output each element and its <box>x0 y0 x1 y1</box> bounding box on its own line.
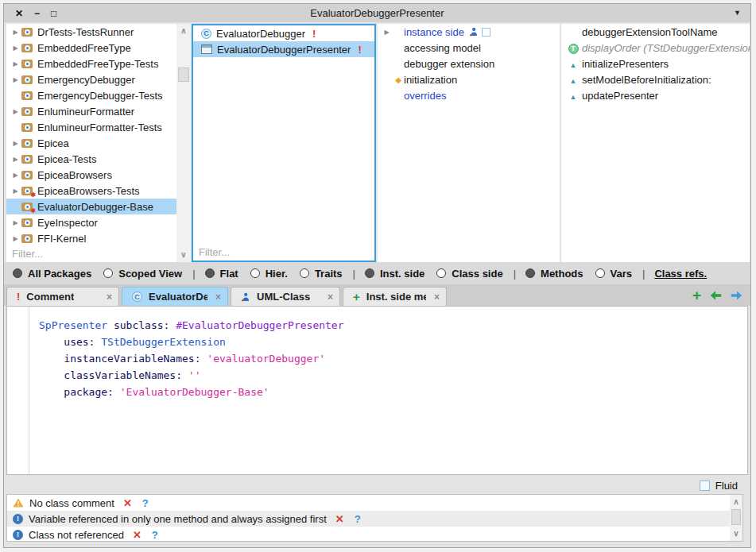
fluid-checkbox[interactable] <box>700 481 710 491</box>
radio-icon[interactable] <box>250 268 260 278</box>
tab-close-icon[interactable]: × <box>99 291 112 303</box>
package-item-label: EmergencyDebugger-Tests <box>37 90 163 102</box>
code-text[interactable]: SpPresenter subclass: #EvaluatorDebugger… <box>39 317 344 400</box>
protocol-item[interactable]: accessing model <box>378 40 560 56</box>
expander-icon[interactable]: ▶ <box>10 140 21 147</box>
radio-icon[interactable] <box>595 268 605 278</box>
class-item[interactable]: EvaluatorDebuggerPresenter! <box>193 41 374 57</box>
code-line: package: 'EvaluatorDebugger-Base' <box>39 384 344 400</box>
scope-option[interactable]: Traits <box>300 268 343 280</box>
tab-uml-class[interactable]: UML-Class× <box>231 287 340 306</box>
scroll-up-icon[interactable]: ∧ <box>176 25 191 37</box>
dismiss-icon[interactable]: ✕ <box>133 529 142 541</box>
tab-close-icon[interactable]: × <box>426 291 440 303</box>
scroll-up-icon[interactable]: ∧ <box>730 496 742 508</box>
method-item[interactable]: ▲setModelBeforeInitialization: <box>561 71 750 87</box>
package-pane: ▶DrTests-TestsRunner▶EmbeddedFreeType▶Em… <box>6 24 191 262</box>
protocol-item[interactable]: ▶instance side <box>378 24 560 40</box>
package-item-label: Epicea-Tests <box>37 153 96 165</box>
scope-option-label: Inst. side <box>380 268 425 280</box>
dismiss-icon[interactable]: ✕ <box>123 497 132 509</box>
scroll-down-icon[interactable]: ∨ <box>730 528 742 539</box>
expander-icon[interactable]: ▶ <box>10 235 21 242</box>
package-item[interactable]: ▶EpiceaBrowsers <box>6 167 176 183</box>
protocol-checkbox[interactable] <box>482 28 490 37</box>
scope-option[interactable]: Scoped View <box>103 268 182 280</box>
package-filter-input[interactable] <box>6 246 176 262</box>
method-item[interactable]: ▲initializePresenters <box>561 56 750 71</box>
class-filter-input[interactable] <box>193 245 374 261</box>
expander-icon[interactable]: ▶ <box>10 29 21 36</box>
protocol-item[interactable]: ◆initialization <box>378 71 560 87</box>
class-refs-link[interactable]: Class refs. <box>654 268 707 280</box>
scroll-down-icon[interactable]: ∨ <box>176 249 191 261</box>
tab-close-icon[interactable]: × <box>207 291 221 303</box>
expander-icon[interactable]: ▶ <box>381 29 393 36</box>
package-item[interactable]: ▶DrTests-TestsRunner <box>6 24 176 40</box>
package-item[interactable]: ▶EyeInspector <box>6 214 176 230</box>
back-arrow-icon[interactable] <box>710 291 722 300</box>
tab-label: UML-Class <box>257 291 310 303</box>
method-item[interactable]: ▲updatePresenter <box>561 87 750 103</box>
package-item[interactable]: ▶FFI-Kernel <box>6 230 176 246</box>
package-scrollbar[interactable]: ∧ ∨ <box>176 24 191 262</box>
method-marker: T <box>564 41 582 54</box>
help-icon[interactable]: ? <box>142 497 149 509</box>
forward-arrow-icon[interactable] <box>731 291 742 300</box>
tab-inst-side-methc[interactable]: +Inst. side methc× <box>343 287 447 306</box>
radio-icon[interactable] <box>365 268 374 278</box>
radio-icon[interactable] <box>103 268 113 278</box>
expander-icon[interactable]: ▶ <box>10 44 21 52</box>
package-item[interactable]: ▶EmbeddedFreeType <box>6 40 176 56</box>
expander-icon[interactable]: ▶ <box>10 108 21 115</box>
package-item[interactable]: ▶EmergencyDebugger <box>6 71 176 87</box>
radio-icon[interactable] <box>436 268 446 278</box>
package-item[interactable]: ▶Epicea-Tests <box>6 151 176 167</box>
package-item[interactable]: ▶✱EpiceaBrowsers-Tests <box>6 183 176 199</box>
radio-icon[interactable] <box>525 268 535 278</box>
help-icon[interactable]: ? <box>355 513 361 525</box>
tab-evaluatordebug[interactable]: CEvaluatorDebug× <box>122 287 228 306</box>
expander-icon[interactable]: ▶ <box>10 219 21 226</box>
tab-comment[interactable]: !Comment× <box>6 287 119 306</box>
scope-option[interactable]: Vars <box>595 268 632 280</box>
radio-icon[interactable] <box>205 268 215 278</box>
radio-icon[interactable] <box>13 268 22 278</box>
expander-icon[interactable]: ▶ <box>10 172 21 179</box>
package-item[interactable]: EmergencyDebugger-Tests <box>6 87 176 103</box>
code-line: SpPresenter subclass: #EvaluatorDebugger… <box>39 317 344 334</box>
dismiss-icon[interactable]: ✕ <box>335 513 344 525</box>
expander-icon[interactable]: ▶ <box>10 60 21 68</box>
package-item[interactable]: ▶EmbeddedFreeType-Tests <box>6 56 176 71</box>
scope-option[interactable]: Inst. side <box>365 268 425 280</box>
help-icon[interactable]: ? <box>152 529 158 541</box>
scope-option[interactable]: All Packages <box>13 268 91 280</box>
scope-option[interactable]: Flat <box>205 268 238 280</box>
expander-icon[interactable]: ▶ <box>10 156 21 163</box>
protocol-item[interactable]: debugger extension <box>378 56 560 71</box>
scope-option[interactable]: Methods <box>525 268 583 280</box>
package-icon <box>21 44 33 52</box>
package-item[interactable]: ▶EnlumineurFormatter <box>6 103 176 119</box>
add-tab-button[interactable]: + <box>692 288 701 303</box>
scope-option[interactable]: Class side <box>436 268 502 280</box>
expander-icon[interactable]: ▶ <box>10 76 21 83</box>
info-icon: ! <box>13 530 23 540</box>
package-item[interactable]: EnlumineurFormatter-Tests <box>6 119 176 135</box>
code-editor[interactable]: SpPresenter subclass: #EvaluatorDebugger… <box>6 306 748 475</box>
protocol-item[interactable]: overrides <box>378 87 560 103</box>
scroll-thumb[interactable] <box>178 68 189 82</box>
window-menu-icon[interactable]: ▼ <box>734 9 741 17</box>
scope-option[interactable]: Hier. <box>250 268 288 280</box>
method-item[interactable]: debuggerExtensionToolName <box>561 24 750 40</box>
class-item-label: EvaluatorDebugger <box>216 28 305 40</box>
tab-close-icon[interactable]: × <box>320 291 333 303</box>
class-item[interactable]: CEvaluatorDebugger! <box>193 25 374 41</box>
radio-icon[interactable] <box>300 268 309 278</box>
package-item[interactable]: ✱EvaluatorDebugger-Base <box>6 199 176 214</box>
scroll-thumb[interactable] <box>731 509 741 525</box>
method-item[interactable]: TdisplayOrder (TStDebuggerExtension) <box>561 40 750 56</box>
qa-scrollbar[interactable]: ∧ ∨ <box>730 495 742 541</box>
package-item[interactable]: ▶Epicea <box>6 135 176 151</box>
expander-icon[interactable]: ▶ <box>10 187 21 195</box>
